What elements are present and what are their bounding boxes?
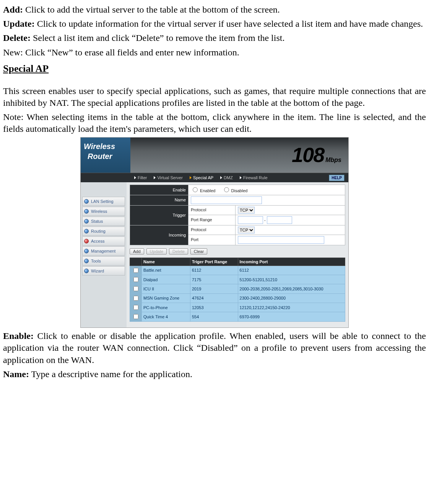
enable-doc: Enable: Click to enable or disable the a… [3,330,426,366]
delete-line: Delete: Select a list item and click “De… [3,32,426,44]
banner: Wireless Router 108 Mbps [81,138,348,173]
col-check [130,258,142,266]
button-delete[interactable]: Delete [169,248,188,254]
banner-unit: Mbps [325,156,341,164]
row-checkbox[interactable] [133,268,138,273]
tab-dmz[interactable]: DMZ [220,175,233,180]
bullet-icon [84,209,89,214]
name-doc: Name: Type a descriptive name for the ap… [3,368,426,380]
bullet-icon [84,269,89,273]
tab-filter[interactable]: Filter [134,175,147,180]
main-panel: Enable Enabled Disabled Name Trigger Pro… [127,182,348,327]
label-protocol: Protocol [188,205,236,215]
label-name: Name [130,195,188,205]
col-name: Name [142,258,190,266]
sidebar-item-access[interactable]: Access [82,237,125,246]
cell-name: Battle.net [142,266,190,275]
button-clear[interactable]: Clear [190,248,207,254]
table-row[interactable]: Quick Time 45546970-6999 [130,312,345,321]
bullet-icon [84,229,89,233]
cell-trigger: 47624 [190,293,238,303]
label-trigger: Trigger [130,205,188,225]
col-incoming: Incoming Port [238,258,345,266]
cell-name: Quick Time 4 [142,312,190,321]
triangle-icon [154,176,156,179]
cell-trigger: 7175 [190,275,238,284]
router-screenshot: Wireless Router 108 Mbps Filter Virtual … [80,137,349,328]
cell-incoming: 51200-51201,51210 [238,275,345,284]
sidebar-item-management[interactable]: Management [82,246,125,256]
app-table: Name Triger Port Range Incoming Port Bat… [130,258,345,322]
cell-incoming: 6970-6999 [238,312,345,321]
table-row[interactable]: Battle.net61126112 [130,266,345,275]
cell-incoming: 6112 [238,266,345,275]
label-protocol-2: Protocol [188,225,236,235]
label-port-range: Port Range [188,215,236,225]
label-enable: Enable [130,185,188,195]
sidebar-item-lan[interactable]: LAN Setting [82,197,125,206]
radio-disabled-label[interactable]: Disabled [222,188,248,193]
sidebar-item-status[interactable]: Status [82,217,125,226]
bullet-icon [84,219,89,224]
banner-title2: Router [81,151,130,161]
banner-title1: Wireless [81,138,130,151]
table-row[interactable]: Dialpad717551200-51201,51210 [130,275,345,284]
note: Note: When selecting items in the table … [3,111,426,135]
input-name[interactable] [191,196,262,204]
cell-trigger: 554 [190,312,238,321]
sidebar-item-wizard[interactable]: Wizard [82,266,125,275]
cell-incoming: 2300-2400,28800-29000 [238,293,345,303]
help-button[interactable]: HELP [329,175,344,181]
radio-enabled-label[interactable]: Enabled [191,188,215,193]
tab-bar: Filter Virtual Server Special AP DMZ Fir… [81,173,348,182]
cell-name: MSN Gaming Zone [142,293,190,303]
col-trigger: Triger Port Range [190,258,238,266]
table-row[interactable]: ICU II20192000-2038,2050-2051,2069,2085,… [130,284,345,293]
cell-trigger: 2019 [190,284,238,293]
row-checkbox[interactable] [133,277,138,282]
row-checkbox[interactable] [133,314,138,319]
tab-virtual-server[interactable]: Virtual Server [154,175,182,180]
triangle-icon [134,176,136,179]
table-row[interactable]: PC-to-Phone1205312120,12122,24150-24220 [130,303,345,312]
triangle-icon [240,176,242,179]
cell-incoming: 12120,12122,24150-24220 [238,303,345,312]
sidebar-item-routing[interactable]: Routing [82,227,125,236]
triangle-icon [220,176,222,179]
select-trigger-protocol[interactable]: TCP [238,207,255,214]
row-checkbox[interactable] [133,286,138,291]
bullet-icon [84,199,89,204]
table-row[interactable]: MSN Gaming Zone476242300-2400,28800-2900… [130,293,345,303]
label-port: Port [188,235,236,245]
label-incoming: Incoming [130,225,188,245]
row-checkbox[interactable] [133,305,138,310]
cell-name: Dialpad [142,275,190,284]
update-line: Update: Click to update information for … [3,18,426,30]
radio-enabled[interactable] [193,187,198,192]
sidebar: LAN Setting Wireless Status Routing Acce… [81,182,127,327]
special-desc: This screen enables user to specify spec… [3,85,426,109]
sidebar-item-wireless[interactable]: Wireless [82,207,125,216]
button-add[interactable]: Add [130,248,144,254]
cell-trigger: 6112 [190,266,238,275]
input-trigger-port-to[interactable] [267,216,292,224]
cell-trigger: 12053 [190,303,238,312]
bullet-icon [84,249,89,253]
input-trigger-port-from[interactable] [238,216,263,224]
cell-name: ICU II [142,284,190,293]
row-checkbox[interactable] [133,296,138,301]
button-update[interactable]: Update [146,248,167,254]
select-incoming-protocol[interactable]: TCP [238,227,255,233]
bullet-icon [84,239,89,243]
banner-speed: 108 [292,141,324,168]
radio-disabled[interactable] [224,187,229,192]
input-incoming-port[interactable] [238,236,324,244]
cell-incoming: 2000-2038,2050-2051,2069,2085,3010-3030 [238,284,345,293]
heading-special-ap: Special AP [3,62,426,75]
new-line: New: Click “New” to erase all fields and… [3,47,426,58]
tab-special-ap[interactable]: Special AP [190,175,213,180]
triangle-icon [190,176,192,179]
tab-firewall-rule[interactable]: Firewall Rule [240,175,268,180]
cell-name: PC-to-Phone [142,303,190,312]
sidebar-item-tools[interactable]: Tools [82,256,125,266]
